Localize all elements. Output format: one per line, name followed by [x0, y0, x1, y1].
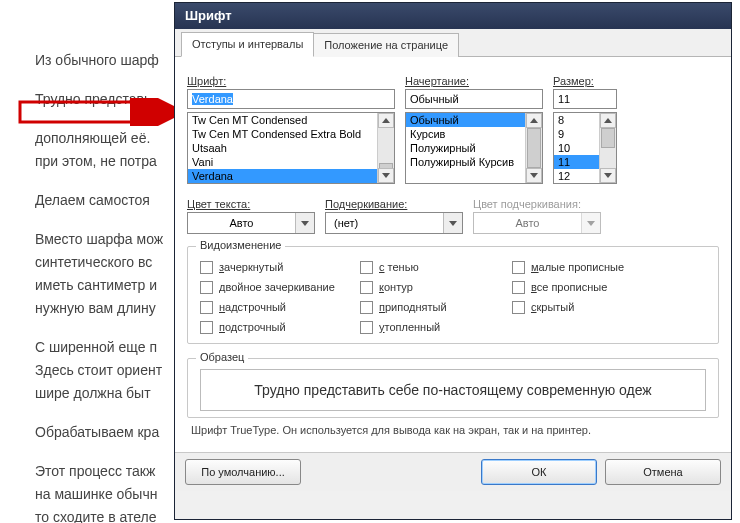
label-size: Размер:: [553, 75, 594, 87]
effect-checkbox[interactable]: контур: [360, 277, 500, 297]
label-style: Начертание:: [405, 75, 469, 87]
scroll-down-icon[interactable]: [378, 168, 394, 183]
list-item[interactable]: Verdana: [188, 169, 394, 183]
checkbox-icon[interactable]: [200, 281, 213, 294]
checkbox-label: утопленный: [379, 321, 440, 333]
chevron-down-icon[interactable]: [295, 213, 314, 233]
effect-checkbox[interactable]: подстрочный: [200, 317, 348, 337]
font-dialog: Шрифт Отступы и интервалы Положение на с…: [174, 2, 732, 520]
effect-checkbox[interactable]: приподнятый: [360, 297, 500, 317]
font-listbox[interactable]: Tw Cen MT CondensedTw Cen MT Condensed E…: [187, 112, 395, 184]
scroll-up-icon[interactable]: [526, 113, 542, 128]
checkbox-label: надстрочный: [219, 301, 286, 313]
checkbox-label: скрытый: [531, 301, 574, 313]
checkbox-label: зачеркнутый: [219, 261, 283, 273]
scroll-up-icon[interactable]: [378, 113, 394, 128]
list-item[interactable]: Tw Cen MT Condensed Extra Bold: [188, 127, 394, 141]
effect-checkbox[interactable]: все прописные: [512, 277, 652, 297]
checkbox-icon[interactable]: [360, 281, 373, 294]
scroll-thumb[interactable]: [601, 128, 615, 148]
tab-page-position[interactable]: Положение на странице: [313, 33, 459, 57]
scrollbar[interactable]: [599, 113, 616, 183]
sample-group: Образец Трудно представить себе по-насто…: [187, 358, 719, 418]
list-item[interactable]: Полужирный: [406, 141, 542, 155]
default-button[interactable]: По умолчанию...: [185, 459, 301, 485]
sample-preview: Трудно представить себе по-настоящему со…: [200, 369, 706, 411]
font-info-text: Шрифт TrueType. Он используется для выво…: [187, 424, 719, 436]
list-item[interactable]: Utsaah: [188, 141, 394, 155]
dialog-titlebar[interactable]: Шрифт: [175, 3, 731, 29]
effect-checkbox[interactable]: зачеркнутый: [200, 257, 348, 277]
scrollbar[interactable]: [377, 113, 394, 183]
effect-checkbox[interactable]: надстрочный: [200, 297, 348, 317]
scrollbar[interactable]: [525, 113, 542, 183]
tab-panel: Шрифт: Verdana Tw Cen MT CondensedTw Cen…: [175, 57, 731, 452]
checkbox-icon[interactable]: [512, 261, 525, 274]
text-color-value: Авто: [188, 217, 295, 229]
tab-indents[interactable]: Отступы и интервалы: [181, 32, 314, 57]
label-font: Шрифт:: [187, 75, 226, 87]
underline-color-value: Авто: [474, 217, 581, 229]
checkbox-label: приподнятый: [379, 301, 447, 313]
effect-checkbox[interactable]: скрытый: [512, 297, 652, 317]
style-input[interactable]: Обычный: [405, 89, 543, 109]
list-item[interactable]: Vani: [188, 155, 394, 169]
list-item[interactable]: Полужирный Курсив: [406, 155, 542, 169]
checkbox-label: малые прописные: [531, 261, 624, 273]
effects-group: Видоизменение зачеркнутыйдвойное зачерки…: [187, 246, 719, 344]
sample-legend: Образец: [196, 351, 248, 363]
checkbox-label: двойное зачеркивание: [219, 281, 335, 293]
scroll-thumb[interactable]: [527, 128, 541, 168]
list-item[interactable]: Обычный: [406, 113, 542, 127]
size-listbox[interactable]: 89101112: [553, 112, 617, 184]
ok-button[interactable]: ОК: [481, 459, 597, 485]
underline-color-dropdown: Авто: [473, 212, 601, 234]
dialog-title: Шрифт: [185, 8, 232, 23]
chevron-down-icon: [581, 213, 600, 233]
label-text-color: Цвет текста:: [187, 198, 250, 210]
checkbox-icon[interactable]: [360, 301, 373, 314]
checkbox-label: с тенью: [379, 261, 419, 273]
tab-strip: Отступы и интервалы Положение на страниц…: [175, 29, 731, 57]
checkbox-icon[interactable]: [200, 261, 213, 274]
font-input[interactable]: Verdana: [187, 89, 395, 109]
effect-checkbox[interactable]: утопленный: [360, 317, 500, 337]
checkbox-icon[interactable]: [200, 301, 213, 314]
underline-dropdown[interactable]: (нет): [325, 212, 463, 234]
text-color-dropdown[interactable]: Авто: [187, 212, 315, 234]
checkbox-icon[interactable]: [512, 281, 525, 294]
style-listbox[interactable]: ОбычныйКурсивПолужирныйПолужирный Курсив: [405, 112, 543, 184]
checkbox-icon[interactable]: [200, 321, 213, 334]
effect-checkbox[interactable]: малые прописные: [512, 257, 652, 277]
checkbox-icon[interactable]: [360, 321, 373, 334]
effects-legend: Видоизменение: [196, 239, 285, 251]
checkbox-label: подстрочный: [219, 321, 286, 333]
scroll-down-icon[interactable]: [526, 168, 542, 183]
label-underline: Подчеркивание:: [325, 198, 407, 210]
checkbox-icon[interactable]: [512, 301, 525, 314]
dialog-button-bar: По умолчанию... ОК Отмена: [175, 452, 731, 491]
checkbox-label: контур: [379, 281, 413, 293]
scroll-up-icon[interactable]: [600, 113, 616, 128]
effect-checkbox[interactable]: с тенью: [360, 257, 500, 277]
list-item[interactable]: Курсив: [406, 127, 542, 141]
checkbox-label: все прописные: [531, 281, 607, 293]
list-item[interactable]: Tw Cen MT Condensed: [188, 113, 394, 127]
checkbox-icon[interactable]: [360, 261, 373, 274]
cancel-button[interactable]: Отмена: [605, 459, 721, 485]
chevron-down-icon[interactable]: [443, 213, 462, 233]
effect-checkbox[interactable]: двойное зачеркивание: [200, 277, 348, 297]
label-underline-color: Цвет подчеркивания:: [473, 198, 581, 210]
scroll-down-icon[interactable]: [600, 168, 616, 183]
size-input[interactable]: 11: [553, 89, 617, 109]
underline-value: (нет): [326, 217, 443, 229]
